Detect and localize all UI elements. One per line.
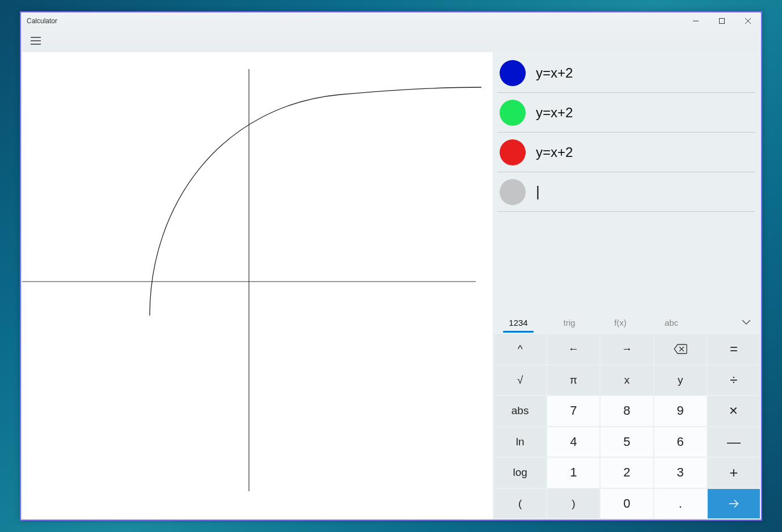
key-4[interactable]: 4: [547, 427, 599, 457]
side-panel: y=x+2 y=x+2 y=x+2 |: [493, 52, 761, 520]
key-sqrt[interactable]: √: [494, 365, 546, 395]
collapse-keypad-button[interactable]: [742, 317, 751, 327]
equation-row[interactable]: y=x+2: [497, 93, 755, 133]
series-color-swatch[interactable]: [500, 100, 526, 126]
window-controls: [683, 12, 761, 29]
tab-abc[interactable]: abc: [646, 313, 697, 332]
key-equals[interactable]: =: [708, 334, 760, 364]
key-backspace[interactable]: [654, 334, 707, 364]
series-color-swatch[interactable]: [500, 139, 526, 165]
key-divide[interactable]: ÷: [708, 365, 760, 395]
equation-text: y=x+2: [536, 144, 573, 160]
key-6[interactable]: 6: [654, 427, 707, 457]
main-area: y=x+2 y=x+2 y=x+2 |: [21, 52, 761, 520]
equation-text: y=x+2: [536, 65, 573, 81]
key-minus[interactable]: —: [708, 427, 760, 457]
equation-input-cursor: |: [536, 183, 540, 201]
window-title: Calculator: [27, 17, 57, 25]
key-rparen[interactable]: ): [547, 489, 599, 519]
key-dot[interactable]: .: [654, 489, 707, 519]
calculator-window: Calculator: [20, 11, 762, 521]
menu-button[interactable]: [26, 31, 46, 51]
tab-1234[interactable]: 1234: [493, 313, 544, 332]
equation-input-row[interactable]: |: [497, 172, 755, 212]
equation-row[interactable]: y=x+2: [497, 53, 755, 93]
arrow-right-icon: [728, 497, 740, 510]
series-color-swatch[interactable]: [500, 179, 526, 205]
key-2[interactable]: 2: [601, 458, 653, 488]
key-1[interactable]: 1: [547, 458, 599, 488]
key-8[interactable]: 8: [601, 396, 653, 426]
key-5[interactable]: 5: [601, 427, 653, 457]
maximize-icon: [718, 18, 725, 24]
minimize-button[interactable]: [683, 12, 709, 29]
equation-text: y=x+2: [536, 105, 573, 121]
key-7[interactable]: 7: [547, 396, 599, 426]
backspace-icon: [674, 344, 687, 354]
title-bar: Calculator: [21, 12, 761, 29]
key-ln[interactable]: ln: [494, 427, 546, 457]
key-9[interactable]: 9: [654, 396, 707, 426]
keypad-grid: ^ ← → = √ π x y: [493, 334, 761, 520]
key-plus[interactable]: +: [708, 458, 760, 488]
equation-row[interactable]: y=x+2: [497, 133, 755, 172]
key-pi[interactable]: π: [547, 365, 599, 395]
key-submit[interactable]: [708, 489, 760, 519]
maximize-button[interactable]: [709, 12, 735, 29]
minimize-icon: [692, 18, 699, 24]
key-left[interactable]: ←: [547, 334, 599, 364]
series-color-swatch[interactable]: [500, 60, 526, 86]
close-icon: [745, 18, 751, 24]
graph-canvas[interactable]: [22, 52, 493, 520]
svg-rect-1: [720, 19, 725, 24]
hamburger-icon: [31, 37, 41, 45]
app-toolbar: [21, 29, 761, 52]
graph-plot: [22, 52, 493, 520]
keypad-tabs: 1234 trig f(x) abc: [493, 310, 761, 334]
key-3[interactable]: 3: [654, 458, 707, 488]
key-lparen[interactable]: (: [494, 489, 546, 519]
key-log[interactable]: log: [494, 458, 546, 488]
key-abs[interactable]: abs: [494, 396, 546, 426]
key-right[interactable]: →: [601, 334, 653, 364]
key-0[interactable]: 0: [601, 489, 653, 519]
equation-list: y=x+2 y=x+2 y=x+2 |: [493, 52, 761, 310]
chevron-down-icon: [742, 320, 751, 325]
key-caret[interactable]: ^: [494, 334, 546, 364]
key-x[interactable]: x: [601, 365, 653, 395]
tab-trig[interactable]: trig: [544, 313, 595, 332]
tab-fx[interactable]: f(x): [595, 313, 646, 332]
key-multiply[interactable]: ✕: [708, 396, 760, 426]
keypad-panel: 1234 trig f(x) abc ^ ← →: [493, 310, 761, 520]
key-y[interactable]: y: [654, 365, 707, 395]
close-button[interactable]: [735, 12, 761, 29]
